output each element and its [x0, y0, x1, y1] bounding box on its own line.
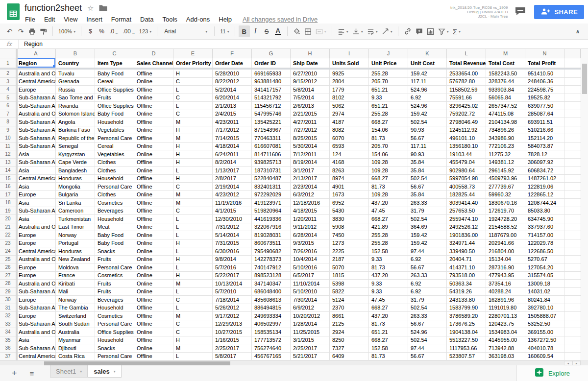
row-header-21[interactable]: 21 — [0, 223, 16, 232]
cell-G20[interactable]: 441619336 — [252, 215, 291, 223]
more-formats-button[interactable]: 123 — [137, 25, 153, 37]
horizontal-align-button[interactable] — [336, 25, 350, 37]
empty-cell[interactable] — [564, 110, 581, 119]
empty-cell[interactable] — [564, 183, 581, 191]
row-header-12[interactable]: 12 — [0, 150, 16, 159]
cell-C26[interactable]: Personal Care — [95, 263, 134, 272]
cell-G26[interactable]: 740147912 — [252, 263, 291, 272]
cell-A26[interactable]: Europe — [16, 263, 56, 272]
cell-G36[interactable]: 756274640 — [252, 344, 291, 353]
cell-E10[interactable]: M — [173, 134, 213, 143]
cell-I12[interactable]: 124 — [330, 150, 369, 159]
cell-C16[interactable]: Personal Care — [95, 183, 134, 191]
empty-cell[interactable] — [564, 175, 581, 183]
cell-M15[interactable]: 4509793.96 — [486, 175, 525, 183]
cell-M18[interactable]: 1830670.16 — [486, 199, 525, 207]
cell-M5[interactable]: 56065.84 — [486, 94, 525, 102]
increase-decimals-button[interactable]: .00→ — [121, 25, 137, 37]
row-header-7[interactable]: 7 — [0, 110, 16, 119]
row-header-28[interactable]: 28 — [0, 280, 16, 288]
cell-D15[interactable]: Offline — [134, 175, 173, 183]
cell-I13[interactable]: 4168 — [330, 159, 369, 167]
cell-D24[interactable]: Online — [134, 247, 173, 256]
cell-G7[interactable]: 547995746 — [252, 110, 291, 119]
cell-G19[interactable]: 519820964 — [252, 207, 291, 215]
cell-K1[interactable]: Unit Cost — [408, 58, 447, 68]
cell-L35[interactable]: 5513227.50 — [447, 336, 486, 345]
empty-cell[interactable] — [564, 280, 581, 288]
add-sheet-button[interactable] — [8, 367, 21, 380]
cell-N30[interactable]: 80241.84 — [525, 296, 564, 304]
cell-A13[interactable]: Sub-Saharan Afr — [16, 159, 56, 167]
cell-I33[interactable]: 2125 — [330, 320, 369, 329]
cell-B16[interactable]: Mongolia — [56, 183, 95, 191]
cell-L11[interactable]: 1356180.10 — [447, 143, 486, 151]
cell-A11[interactable]: Sub-Saharan Afr — [16, 143, 56, 151]
row-header-14[interactable]: 14 — [0, 167, 16, 175]
cell-B29[interactable]: Mali — [56, 288, 95, 296]
cell-B20[interactable]: Turkmenistan — [56, 215, 95, 223]
cell-H14[interactable]: 3/1/2017 — [291, 167, 330, 175]
cell-I28[interactable]: 5398 — [330, 280, 369, 288]
row-header-27[interactable]: 27 — [0, 272, 16, 280]
cell-L7[interactable]: 759202.72 — [447, 110, 486, 119]
cell-G5[interactable]: 514321792 — [252, 94, 291, 102]
cell-D3[interactable]: Online — [134, 78, 173, 86]
cell-L12[interactable]: 19103.44 — [447, 150, 486, 159]
cell-A36[interactable]: Sub-Saharan Afr — [16, 344, 56, 353]
cell-D28[interactable]: Online — [134, 280, 173, 288]
cell-J13[interactable]: 109.28 — [369, 159, 408, 167]
cell-E13[interactable]: H — [173, 159, 213, 167]
cell-E17[interactable]: M — [173, 191, 213, 199]
cell-L14[interactable]: 902980.64 — [447, 167, 486, 175]
cell-J14[interactable]: 109.28 — [369, 167, 408, 175]
cell-F36[interactable]: 2/25/2017 — [213, 344, 252, 353]
cell-N36[interactable]: 404010.78 — [525, 344, 564, 353]
cell-I8[interactable]: 4187 — [330, 118, 369, 126]
cell-L23[interactable]: 324971.44 — [447, 239, 486, 248]
cell-H22[interactable]: 6/28/2014 — [291, 231, 330, 239]
comment-history-button[interactable] — [514, 6, 526, 18]
empty-cell[interactable] — [564, 272, 581, 280]
cell-B10[interactable]: Republic of the C — [56, 134, 95, 143]
cell-N33[interactable]: 53252.50 — [525, 320, 564, 329]
cell-E1[interactable]: Order Priority — [173, 58, 213, 68]
cell-H27[interactable]: 6/5/2017 — [291, 272, 330, 280]
cell-I11[interactable]: 6593 — [330, 143, 369, 151]
cell-D4[interactable]: Offline — [134, 86, 173, 94]
cell-H2[interactable]: 6/27/2010 — [291, 70, 330, 78]
cell-J24[interactable]: 152.58 — [369, 247, 408, 256]
cell-M8[interactable]: 2104134.98 — [486, 118, 525, 126]
cell-E8[interactable]: M — [173, 118, 213, 126]
cell-C37[interactable]: Personal Care — [95, 353, 134, 361]
cell-E28[interactable]: M — [173, 280, 213, 288]
cell-H11[interactable]: 5/30/2014 — [291, 143, 330, 151]
cell-L2[interactable]: 2533654.00 — [447, 70, 486, 78]
cell-G22[interactable]: 819028031 — [252, 231, 291, 239]
cell-A1[interactable]: Region — [16, 58, 56, 68]
cell-N16[interactable]: 122819.06 — [525, 183, 564, 191]
empty-cell[interactable] — [564, 199, 581, 207]
cell-J16[interactable]: 81.73 — [369, 183, 408, 191]
empty-cell[interactable] — [564, 126, 581, 135]
formula-input[interactable]: Region — [19, 40, 43, 48]
format-currency-button[interactable]: $ — [85, 25, 96, 37]
cell-K16[interactable]: 56.67 — [408, 183, 447, 191]
row-header-10[interactable]: 10 — [0, 134, 16, 143]
cell-D32[interactable]: Offline — [134, 312, 173, 320]
cell-F34[interactable]: 10/27/2015 — [213, 328, 252, 336]
tab-dropdown-caret-icon[interactable] — [114, 369, 116, 374]
cell-N25[interactable]: 5270.67 — [525, 256, 564, 264]
cell-N32[interactable]: 1505888.07 — [525, 312, 564, 320]
cell-J2[interactable]: 255.28 — [369, 70, 408, 78]
cell-F9[interactable]: 7/17/2012 — [213, 126, 252, 135]
cell-H26[interactable]: 5/10/2016 — [291, 263, 330, 272]
cell-I35[interactable]: 8250 — [330, 336, 369, 345]
empty-cell[interactable] — [564, 134, 581, 143]
cell-D18[interactable]: Offline — [134, 199, 173, 207]
cell-G9[interactable]: 871543967 — [252, 126, 291, 135]
scroll-left-arrow-icon[interactable] — [564, 361, 572, 365]
cell-D2[interactable]: Offline — [134, 70, 173, 78]
cell-B23[interactable]: Portugal — [56, 239, 95, 248]
cell-L16[interactable]: 400558.73 — [447, 183, 486, 191]
